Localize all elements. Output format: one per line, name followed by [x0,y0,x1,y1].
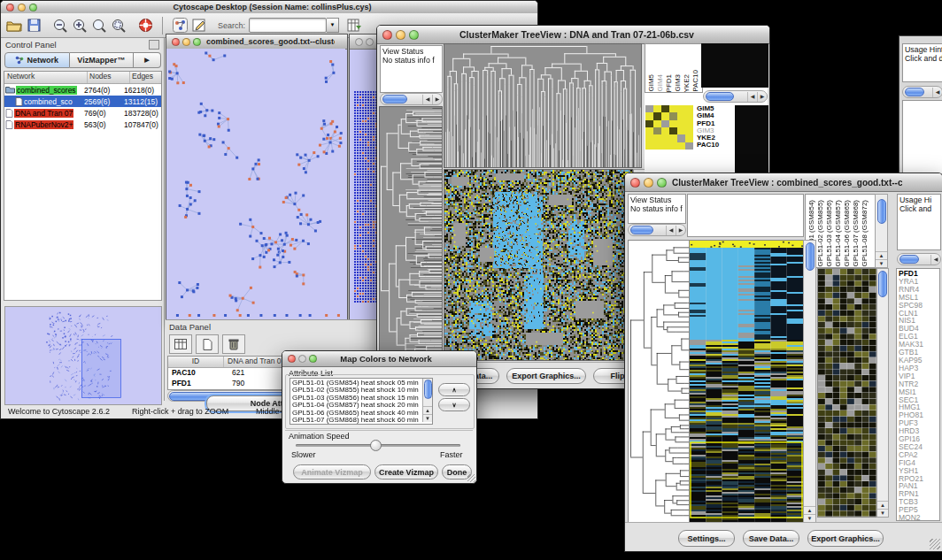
treeview2-titlebar[interactable]: ClusterMaker TreeView : combined_scores_… [625,173,942,192]
resize-grip[interactable] [930,539,940,549]
column-label[interactable]: GIM4 [656,74,664,92]
animate-vizmap-button[interactable]: Animate Vizmap [293,464,371,479]
tv2-status-scrollbar[interactable]: ◀▶ [628,224,686,236]
matrix-cell[interactable] [661,134,669,142]
matrix-cell[interactable] [669,112,677,119]
close-button[interactable] [6,4,14,12]
matrix-cell[interactable] [661,112,669,119]
matrix-cell[interactable] [653,120,661,127]
edit-annotation-icon[interactable] [189,16,209,35]
matrix-cell[interactable] [653,142,661,150]
matrix-cell[interactable] [685,127,693,134]
create-vizmap-button[interactable]: Create Vizmap [374,464,438,479]
tab-network[interactable]: Network [4,52,70,68]
matrix-cell[interactable] [677,112,685,119]
import-table-icon[interactable] [344,16,364,35]
matrix-cell[interactable] [685,120,693,127]
tv1-row-dendrogram-canvas[interactable] [379,106,443,362]
cytoscape-titlebar[interactable]: Cytoscape Desktop (Session Name: collins… [1,1,537,14]
zoom-in-icon[interactable] [70,16,89,35]
array-label[interactable]: GPL51-08 (GSM872) [861,200,869,267]
matrix-cell[interactable] [669,120,677,127]
matrix-cell[interactable] [669,142,677,150]
matrix-cell[interactable] [661,142,669,150]
tv1-zoom-scrollbar[interactable]: ◀▶ [703,90,768,103]
scrollbar-thumb[interactable] [900,255,919,264]
matrix-cell[interactable] [645,127,653,134]
matrix-cell[interactable] [669,127,677,134]
search-input[interactable] [249,18,327,33]
resize-grip[interactable] [467,474,475,482]
export-graphics-button[interactable]: Export Graphics... [807,530,884,547]
tv2-zoom-heatmap-canvas[interactable] [817,268,877,518]
matrix-cell[interactable] [645,142,653,150]
scrollbar-thumb[interactable] [878,271,887,297]
matrix-cell[interactable] [653,105,661,112]
tv2-hints-scrollbar[interactable]: ◀ [897,253,941,265]
save-data-button[interactable]: Save Data... [743,530,799,547]
scroll-left-arrow[interactable]: ◀ [932,88,942,97]
export-graphics-button[interactable]: Export Graphics... [506,368,586,384]
scroll-right-arrow[interactable]: ▶ [757,92,767,102]
gene-label[interactable]: MON2 [899,514,939,521]
matrix-cell[interactable] [645,112,653,119]
column-label[interactable]: GIM3 [674,74,682,92]
matrix-cell[interactable] [677,142,685,150]
col-id[interactable]: ID [168,357,224,367]
zoom-button[interactable] [409,30,419,40]
minimize-button[interactable] [366,38,374,46]
col-nodes[interactable]: Nodes [88,72,130,83]
scroll-down-arrow[interactable]: ▼ [804,514,815,522]
scroll-down-arrow[interactable]: ▼ [423,414,432,422]
matrix-cell[interactable] [677,120,685,127]
delete-attribute-trash-icon[interactable] [222,334,245,354]
matrix-cell[interactable] [645,134,653,142]
minimize-button[interactable] [182,38,190,46]
matrix-cell[interactable] [645,120,653,127]
matrix-cell[interactable] [653,134,661,142]
array-label[interactable]: GPL51-07 (GSM868) [852,200,860,267]
array-label[interactable]: GPL51-03 (GSM856) [825,200,833,267]
tv2-zoom-vscrollbar[interactable]: ▲▼ [876,268,889,518]
matrix-cell[interactable] [661,120,669,127]
minimize-button[interactable] [298,355,306,363]
treeview1-titlebar[interactable]: ClusterMaker TreeView : DNA and Tran 07-… [377,26,769,44]
open-file-icon[interactable] [4,16,24,35]
zoom-button[interactable] [309,355,317,363]
move-up-button[interactable]: ∧ [438,383,470,396]
close-button[interactable] [382,30,392,40]
scroll-left-arrow[interactable]: ◀ [666,226,676,235]
matrix-cell[interactable] [677,105,685,112]
scroll-right-arrow[interactable]: ▶ [432,95,442,104]
settings-button[interactable]: Settings... [678,530,735,547]
matrix-cell[interactable] [685,134,693,142]
column-label[interactable]: PFD1 [665,74,673,92]
array-label[interactable]: GPL51-02 (GSM855) [816,200,824,267]
scrollbar-thumb[interactable] [630,226,653,234]
array-label[interactable]: GPL51-06 (GSM865) [843,200,851,267]
tv1-column-dendrogram-canvas[interactable] [444,43,642,168]
move-down-button[interactable]: ∨ [438,398,470,411]
scroll-down-arrow[interactable]: ▼ [876,259,887,267]
tv2-heatmap-canvas[interactable] [689,240,804,523]
search-dropdown-button[interactable]: ▼ [327,18,339,33]
tv1-heatmap-canvas[interactable] [444,169,633,361]
tab-vizmapper[interactable]: VizMapper™ [70,52,135,68]
network-row-selected[interactable]: combined_sco 2569(6) 13112(15) [4,96,161,107]
close-button[interactable] [630,178,640,188]
dialog-titlebar[interactable]: Map Colors to Network [282,351,476,367]
column-label[interactable]: YKE2 [683,74,691,92]
slider-thumb[interactable] [370,440,382,451]
scrollbar-thumb[interactable] [382,95,407,104]
scroll-up-arrow[interactable]: ▲ [877,501,888,509]
minimize-button[interactable] [644,178,653,188]
col-network[interactable]: Network [4,72,88,83]
close-button[interactable] [355,38,363,46]
close-button[interactable] [288,355,296,363]
matrix-cell[interactable] [653,127,661,134]
tab-overflow-button[interactable]: ▶ [134,52,161,68]
new-attribute-icon[interactable] [196,334,219,354]
scrollbar-thumb[interactable] [905,88,924,96]
tv2-column-tree-area[interactable] [687,194,804,237]
minimize-button[interactable] [396,30,405,40]
